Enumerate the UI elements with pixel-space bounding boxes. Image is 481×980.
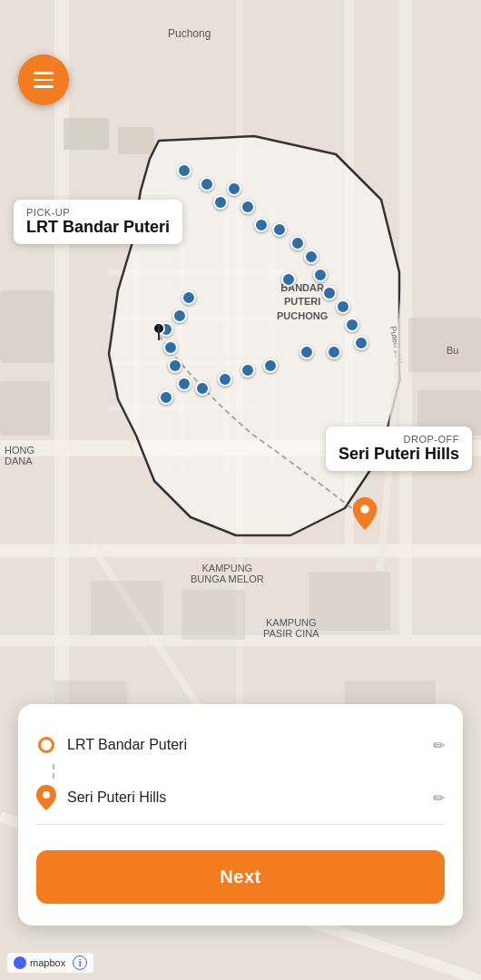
- map-stop-dot-7: [290, 236, 305, 250]
- svg-rect-20: [0, 290, 54, 363]
- svg-rect-18: [64, 118, 109, 150]
- pickup-main-label: LRT Bandar Puteri: [26, 218, 170, 237]
- map-stop-dot-26: [172, 309, 187, 323]
- menu-button[interactable]: [18, 54, 69, 105]
- route-to-item: Seri Puteri Hills ✏: [36, 779, 445, 817]
- map-stop-dot-11: [322, 286, 337, 300]
- map-stop-dot-24: [163, 340, 178, 355]
- from-icon: [36, 735, 56, 755]
- from-edit-icon[interactable]: ✏: [433, 737, 445, 754]
- map-stop-dot-6: [272, 222, 287, 237]
- next-button[interactable]: Next: [36, 850, 445, 904]
- map-stop-dot-3: [213, 195, 228, 210]
- map-stop-dot-15: [327, 345, 341, 359]
- pickup-sub-label: PICK-UP: [26, 207, 170, 218]
- map-stop-dot-10: [281, 272, 296, 287]
- dropoff-pin: [352, 497, 378, 534]
- map-label-kampung-bunga: KAMPUNGBUNGA MELOR: [191, 563, 264, 584]
- svg-rect-22: [408, 318, 481, 372]
- from-text: LRT Bandar Puteri: [67, 737, 422, 753]
- mapbox-logo-icon: [14, 956, 26, 969]
- map-stop-dot-22: [159, 390, 173, 405]
- dropoff-sub-label: DROP-OFF: [339, 434, 459, 445]
- map-stop-dot-14: [354, 336, 368, 350]
- map-stop-dot-4: [240, 200, 255, 214]
- pickup-pin: [152, 322, 165, 335]
- svg-rect-25: [182, 590, 245, 640]
- route-connector: [36, 764, 445, 779]
- map-stop-dot-9: [313, 268, 328, 282]
- to-text: Seri Puteri Hills: [67, 789, 422, 806]
- bottom-card: LRT Bandar Puteri ✏ Seri Puteri Hills ✏ …: [18, 704, 463, 926]
- map-stop-dot-21: [177, 377, 191, 391]
- to-pin-svg: [36, 785, 56, 810]
- svg-rect-21: [0, 381, 50, 436]
- menu-line-1: [34, 72, 54, 74]
- svg-point-32: [360, 505, 368, 514]
- card-divider: [36, 824, 445, 825]
- svg-rect-24: [91, 581, 163, 635]
- map-label-bandar: BANDARPUTERIPUCHONG: [277, 281, 328, 323]
- svg-rect-4: [54, 0, 69, 726]
- mapbox-attribution: mapbox i: [7, 953, 93, 973]
- map-label-kampung-pasir: KAMPUNGPASIR CINA: [263, 617, 319, 639]
- map-stop-dot-27: [182, 290, 196, 305]
- map-stop-dot-2: [227, 181, 241, 196]
- map-stop-dot-8: [304, 250, 319, 264]
- to-icon: [36, 788, 56, 808]
- menu-line-2: [34, 79, 54, 82]
- map-stop-dot-17: [263, 358, 278, 373]
- map-label-puchong: Puchong: [168, 27, 211, 40]
- svg-rect-26: [309, 572, 390, 631]
- dropoff-label-card: DROP-OFF Seri Puteri Hills: [326, 426, 472, 471]
- route-from-item: LRT Bandar Puteri ✏: [36, 726, 445, 764]
- map-stop-dot-12: [336, 299, 350, 314]
- connector-line: [53, 764, 54, 779]
- svg-rect-19: [118, 127, 154, 154]
- map-stop-dot-18: [240, 363, 255, 377]
- svg-point-33: [43, 791, 50, 799]
- pickup-label-card: PICK-UP LRT Bandar Puteri: [14, 200, 182, 244]
- map-stop-dot-0: [177, 163, 191, 178]
- info-icon[interactable]: i: [73, 956, 87, 970]
- dropoff-main-label: Seri Puteri Hills: [339, 445, 459, 464]
- map-stop-dot-20: [195, 381, 210, 396]
- from-pin-circle: [38, 737, 54, 753]
- map-label-hong-dana: HONGDANA: [5, 445, 34, 466]
- map-stop-dot-1: [200, 177, 214, 191]
- map-stop-dot-5: [254, 218, 269, 232]
- to-edit-icon[interactable]: ✏: [433, 789, 445, 807]
- map-stop-dot-19: [218, 372, 232, 387]
- menu-line-3: [34, 85, 54, 88]
- map-stop-dot-23: [168, 358, 182, 373]
- mapbox-label: mapbox: [30, 957, 65, 968]
- svg-marker-29: [109, 136, 399, 535]
- map-label-bu: Bu: [447, 345, 458, 356]
- map-stop-dot-13: [345, 318, 359, 332]
- map-stop-dot-16: [299, 345, 314, 359]
